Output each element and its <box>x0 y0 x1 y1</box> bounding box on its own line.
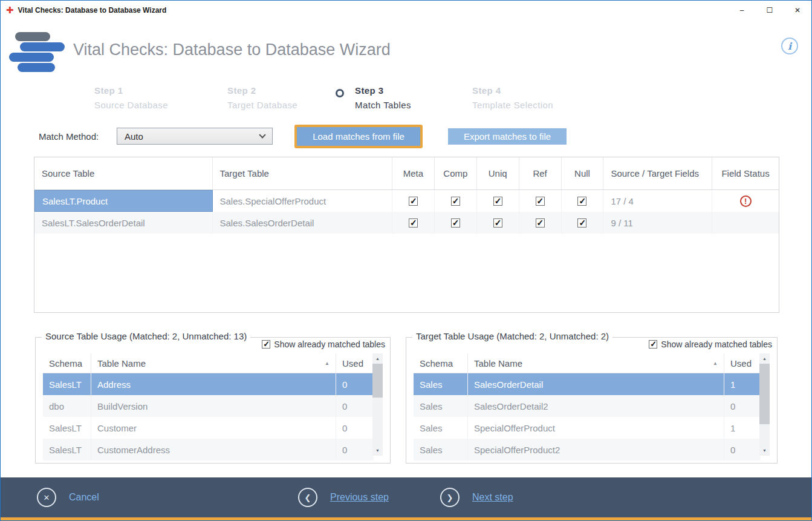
source-usage-panel: Source Table Usage (Matched: 2, Unmatche… <box>35 337 391 464</box>
column-header-source-target-fields: Source / Target Fields <box>603 157 712 189</box>
minimize-button[interactable]: – <box>728 1 756 19</box>
bottom-accent-strip <box>1 517 811 520</box>
source-target-fields-cell: 9 / 11 <box>603 212 712 234</box>
previous-step-label[interactable]: Previous step <box>330 492 389 503</box>
schema-cell: dbo <box>43 395 91 417</box>
sort-ascending-icon: ▲ <box>713 361 718 366</box>
target-usage-scrollbar[interactable]: ▲ ▼ <box>759 353 770 456</box>
scroll-down-icon[interactable]: ▼ <box>372 445 383 456</box>
source-usage-scrollbar[interactable]: ▲ ▼ <box>372 353 383 456</box>
schema-cell: Sales <box>414 395 468 417</box>
source-show-matched-label: Show already matched tables <box>274 339 385 349</box>
sort-ascending-icon: ▲ <box>325 361 330 366</box>
next-step-button[interactable]: Next step <box>440 477 513 517</box>
source-table-cell[interactable]: SalesLT.SalesOrderDetail <box>34 212 213 234</box>
target-usage-panel: Target Table Usage (Matched: 2, Unmatche… <box>406 337 778 464</box>
page-title: Vital Checks: Database to Database Wizar… <box>73 41 391 59</box>
ref-cell <box>519 190 562 212</box>
step-4-template-selection: Step 4 Template Selection <box>472 84 553 113</box>
null-cell <box>562 212 604 234</box>
ref-checkbox[interactable] <box>536 197 545 206</box>
schema-cell: SalesLT <box>43 373 91 395</box>
comp-checkbox[interactable] <box>451 218 460 228</box>
used-cell: 0 <box>724 439 761 460</box>
target-table-cell[interactable]: Sales.SalesOrderDetail <box>213 212 393 234</box>
footer-bar: Cancel Previous step Next step <box>1 477 811 517</box>
schema-cell: SalesLT <box>43 439 91 460</box>
scroll-up-icon[interactable]: ▲ <box>759 353 770 364</box>
meta-checkbox[interactable] <box>409 197 418 206</box>
app-icon: ✚ <box>6 5 14 15</box>
source-usage-header: Schema Table Name ▲ Used <box>43 353 374 373</box>
table-row[interactable]: SalesLT.ProductSales.SpecialOfferProduct… <box>34 190 779 212</box>
scroll-down-icon[interactable]: ▼ <box>759 445 770 456</box>
current-step-icon <box>336 89 344 97</box>
step-sublabel: Source Database <box>94 98 168 113</box>
uniq-checkbox[interactable] <box>493 197 502 206</box>
column-header-table-name[interactable]: Table Name ▲ <box>91 353 336 373</box>
used-cell: 0 <box>336 417 374 439</box>
list-item[interactable]: SalesSalesOrderDetail20 <box>414 395 761 417</box>
source-usage-rows: SalesLTAddress0dboBuildVersion0SalesLTCu… <box>43 373 374 460</box>
target-usage-title: Target Table Usage (Matched: 2, Unmatche… <box>412 331 612 341</box>
source-usage-table: Schema Table Name ▲ Used SalesLTAddress0… <box>43 353 374 460</box>
used-cell: 1 <box>724 417 761 439</box>
scrollbar-thumb[interactable] <box>372 364 383 398</box>
column-header-schema[interactable]: Schema <box>43 353 91 373</box>
list-item[interactable]: SalesLTCustomer0 <box>43 417 374 439</box>
list-item[interactable]: dboBuildVersion0 <box>43 395 374 417</box>
source-show-matched-toggle[interactable]: Show already matched tables <box>262 339 385 349</box>
null-checkbox[interactable] <box>577 218 586 228</box>
next-step-label[interactable]: Next step <box>472 492 513 503</box>
scrollbar-thumb[interactable] <box>759 364 770 424</box>
load-matches-button[interactable]: Load matches from file <box>294 125 423 148</box>
target-table-cell[interactable]: Sales.SpecialOfferProduct <box>213 190 393 212</box>
column-header-used[interactable]: Used <box>336 353 374 373</box>
logo-bar-icon <box>18 63 55 72</box>
comp-checkbox[interactable] <box>451 197 460 206</box>
schema-cell: Sales <box>414 439 468 460</box>
schema-cell: SalesLT <box>43 417 91 439</box>
column-header-field-status: Field Status <box>712 157 779 189</box>
column-header-table-name[interactable]: Table Name ▲ <box>468 353 724 373</box>
list-item[interactable]: SalesSpecialOfferProduct1 <box>414 417 761 439</box>
cancel-label[interactable]: Cancel <box>69 492 99 503</box>
scroll-up-icon[interactable]: ▲ <box>372 353 383 364</box>
previous-step-button[interactable]: Previous step <box>298 477 389 517</box>
null-checkbox[interactable] <box>577 197 586 206</box>
column-header-used[interactable]: Used <box>724 353 761 373</box>
export-matches-button[interactable]: Export matches to file <box>448 128 567 145</box>
target-show-matched-toggle[interactable]: Show already matched tables <box>649 339 772 349</box>
uniq-cell <box>477 212 519 234</box>
target-usage-table: Schema Table Name ▲ Used SalesSalesOrder… <box>414 353 761 460</box>
list-item[interactable]: SalesSalesOrderDetail1 <box>414 373 761 395</box>
maximize-button[interactable]: ☐ <box>756 1 784 19</box>
table-name-cell: SalesOrderDetail <box>468 373 724 395</box>
source-table-cell[interactable]: SalesLT.Product <box>34 190 213 212</box>
meta-checkbox[interactable] <box>409 218 418 228</box>
list-item[interactable]: SalesLTCustomerAddress0 <box>43 439 374 460</box>
cancel-button[interactable]: Cancel <box>37 477 99 517</box>
close-button[interactable]: ✕ <box>784 1 811 19</box>
uniq-checkbox[interactable] <box>493 218 502 228</box>
logo-bar-icon <box>15 32 50 41</box>
column-header-comp: Comp <box>435 157 477 189</box>
checkbox-icon[interactable] <box>262 340 270 349</box>
table-row[interactable]: SalesLT.SalesOrderDetailSales.SalesOrder… <box>34 212 779 234</box>
source-usage-title: Source Table Usage (Matched: 2, Unmatche… <box>42 331 250 341</box>
cancel-icon[interactable] <box>37 488 56 507</box>
ref-cell <box>519 212 562 234</box>
target-usage-rows: SalesSalesOrderDetail1SalesSalesOrderDet… <box>414 373 761 460</box>
wizard-steps: Step 1 Source Database Step 2 Target Dat… <box>1 84 811 116</box>
table-name-cell: Address <box>91 373 336 395</box>
list-item[interactable]: SalesLTAddress0 <box>43 373 374 395</box>
checkbox-icon[interactable] <box>649 340 657 349</box>
ref-checkbox[interactable] <box>536 218 545 228</box>
app-window: ✚ Vital Checks: Database to Database Wiz… <box>0 0 812 521</box>
match-method-select[interactable]: Auto <box>117 128 273 145</box>
chevron-right-icon[interactable] <box>440 488 460 507</box>
column-header-schema[interactable]: Schema <box>414 353 468 373</box>
info-icon[interactable]: i <box>781 38 798 54</box>
list-item[interactable]: SalesSpecialOfferProduct20 <box>414 439 761 460</box>
chevron-left-icon[interactable] <box>298 488 317 507</box>
